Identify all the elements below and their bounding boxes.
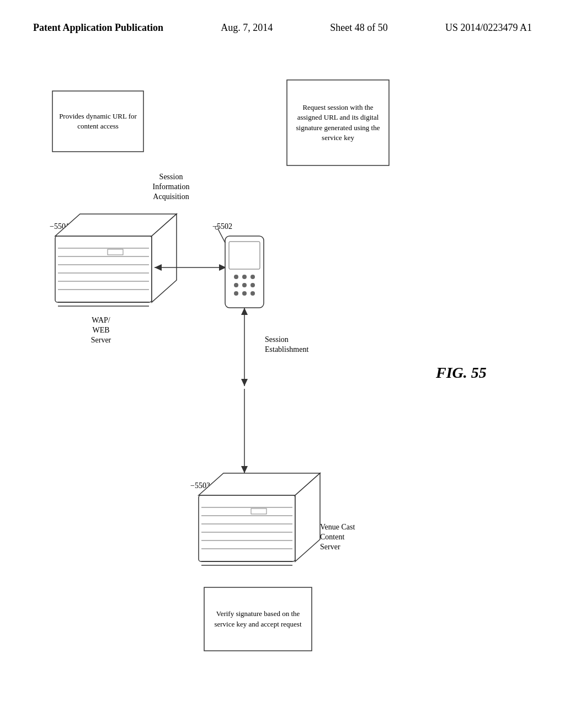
svg-text:Content: Content [320,533,344,541]
svg-text:−5502: −5502 [212,222,232,231]
sheet-info: Sheet 48 of 50 [330,22,387,34]
svg-point-32 [250,283,255,287]
publication-date: Aug. 7, 2014 [221,22,273,34]
svg-text:Session: Session [265,335,289,344]
svg-rect-45 [199,495,295,561]
svg-text:Venue Cast: Venue Cast [320,523,355,531]
publication-title: Patent Application Publication [33,22,163,34]
svg-point-27 [234,275,238,279]
svg-text:Server: Server [91,336,111,344]
svg-point-29 [250,275,255,279]
svg-rect-6 [55,236,152,302]
svg-point-35 [250,291,255,296]
svg-rect-26 [229,242,260,269]
svg-rect-54 [251,508,266,514]
svg-point-34 [242,291,247,296]
svg-text:Server: Server [320,543,340,551]
svg-point-37 [215,226,218,229]
svg-marker-40 [241,308,248,315]
svg-marker-62 [241,466,248,473]
svg-text:Session: Session [159,173,183,181]
svg-line-36 [218,229,225,243]
svg-text:WEB: WEB [92,326,109,334]
svg-text:Establishment: Establishment [265,345,308,354]
patent-number: US 2014/0223479 A1 [445,22,532,34]
svg-point-30 [234,283,238,287]
svg-text:Acquisition: Acquisition [153,192,189,201]
diagram-svg: Provides dynamic URL for content access … [0,72,565,728]
svg-point-33 [234,291,238,296]
svg-point-28 [242,275,247,279]
svg-text:WAP/: WAP/ [92,316,110,324]
svg-marker-39 [241,379,248,386]
svg-text:FIG. 55: FIG. 55 [435,364,487,381]
svg-point-31 [242,283,247,287]
svg-text:Information: Information [153,183,190,191]
svg-rect-15 [108,249,123,255]
